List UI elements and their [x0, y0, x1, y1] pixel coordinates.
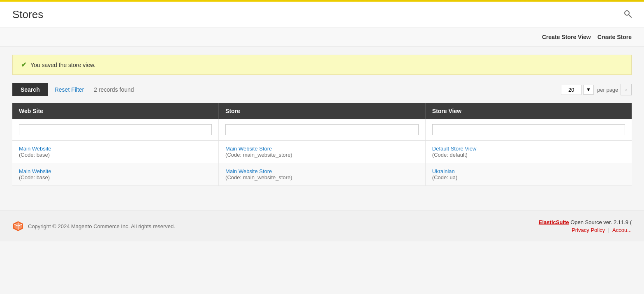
header-search-button[interactable]	[623, 9, 632, 20]
row1-store-code: (Code: main_website_store)	[225, 152, 292, 158]
row2-storeview-code: (Code: ua)	[432, 174, 457, 181]
footer-divider: |	[608, 227, 609, 233]
table-row: Main Website (Code: base) Main Website S…	[12, 163, 632, 186]
content-area: ✔ You saved the store view. Search Reset…	[0, 46, 644, 194]
footer-links: Privacy Policy | Accou...	[539, 227, 632, 233]
row2-website-cell: Main Website (Code: base)	[12, 163, 219, 186]
row1-store-link[interactable]: Main Website Store	[225, 146, 272, 152]
column-header-storeview: Store View	[425, 103, 632, 119]
table-header: Web Site Store Store View	[12, 103, 632, 119]
page-footer: Copyright © 2024 Magento Commerce Inc. A…	[0, 211, 644, 241]
pagination-controls: ▼ per page ‹	[561, 84, 632, 95]
row2-website-link[interactable]: Main Website	[19, 168, 51, 174]
create-store-view-button[interactable]: Create Store View	[542, 34, 591, 40]
website-filter-input[interactable]	[19, 124, 212, 135]
row1-storeview-code: (Code: default)	[432, 152, 468, 158]
elasticsuite-text: Open Source ver. 2.11.9 (	[569, 219, 632, 225]
action-bar: Create Store View Create Store	[0, 28, 644, 46]
table-header-row: Web Site Store Store View	[12, 103, 632, 119]
row1-storeview-cell: Default Store View (Code: default)	[425, 141, 632, 163]
elasticsuite-link[interactable]: ElasticSuite	[539, 219, 569, 225]
row2-website-code: (Code: base)	[19, 174, 50, 181]
svg-line-1	[629, 15, 631, 17]
footer-right: ElasticSuite Open Source ver. 2.11.9 ( P…	[539, 219, 632, 233]
reset-filter-button[interactable]: Reset Filter	[55, 86, 84, 93]
column-header-website: Web Site	[12, 103, 219, 119]
row2-store-link[interactable]: Main Website Store	[225, 168, 272, 174]
stores-table: Web Site Store Store View	[12, 103, 632, 186]
filter-cell-website	[12, 119, 219, 141]
filter-bar: Search Reset Filter 2 records found ▼ pe…	[12, 83, 632, 96]
table-row: Main Website (Code: base) Main Website S…	[12, 141, 632, 163]
column-header-store: Store	[219, 103, 426, 119]
storeview-filter-input[interactable]	[432, 124, 625, 135]
search-button[interactable]: Search	[12, 83, 48, 96]
filter-cell-storeview	[425, 119, 632, 141]
row2-store-code: (Code: main_website_store)	[225, 174, 292, 181]
store-filter-input[interactable]	[225, 124, 419, 135]
page-header: Stores	[0, 2, 644, 28]
success-message-text: You saved the store view.	[30, 62, 95, 68]
row1-website-link[interactable]: Main Website	[19, 146, 51, 152]
check-icon: ✔	[21, 61, 26, 69]
row2-store-cell: Main Website Store (Code: main_website_s…	[219, 163, 426, 186]
success-message-banner: ✔ You saved the store view.	[12, 55, 632, 75]
footer-elasticsuite-line: ElasticSuite Open Source ver. 2.11.9 (	[539, 219, 632, 225]
row1-storeview-link[interactable]: Default Store View	[432, 146, 476, 152]
create-store-button[interactable]: Create Store	[598, 34, 632, 40]
row1-store-cell: Main Website Store (Code: main_website_s…	[219, 141, 426, 163]
magento-logo-icon	[12, 220, 24, 232]
per-page-label: per page	[597, 87, 618, 93]
filter-cell-store	[219, 119, 426, 141]
row2-storeview-link[interactable]: Ukrainian	[432, 168, 455, 174]
footer-left: Copyright © 2024 Magento Commerce Inc. A…	[12, 220, 175, 232]
account-link[interactable]: Accou...	[612, 227, 632, 233]
records-count: 2 records found	[94, 86, 134, 93]
privacy-policy-link[interactable]: Privacy Policy	[572, 227, 605, 233]
table-body: Main Website (Code: base) Main Website S…	[12, 119, 632, 186]
row2-storeview-cell: Ukrainian (Code: ua)	[425, 163, 632, 186]
per-page-select: ▼ per page	[561, 85, 618, 95]
per-page-input[interactable]	[561, 85, 581, 95]
pagination-prev-button[interactable]: ‹	[621, 84, 632, 95]
page-title: Stores	[12, 8, 43, 21]
row1-website-cell: Main Website (Code: base)	[12, 141, 219, 163]
footer-copyright: Copyright © 2024 Magento Commerce Inc. A…	[28, 223, 175, 229]
search-icon	[623, 9, 632, 18]
table-filter-row	[12, 119, 632, 141]
per-page-dropdown-button[interactable]: ▼	[583, 85, 594, 95]
row1-website-code: (Code: base)	[19, 152, 50, 158]
